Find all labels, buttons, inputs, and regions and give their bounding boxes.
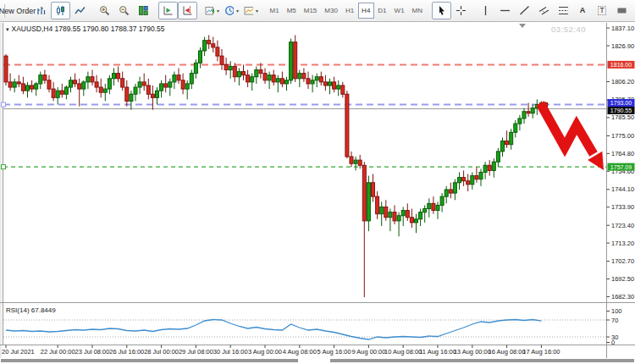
timeframe-d1[interactable]: D1 xyxy=(374,3,390,19)
price-axis-tick-label: 1713.20 xyxy=(611,240,634,247)
candle-countdown-timer: 03:52:40 xyxy=(491,25,586,34)
support-line-handle[interactable] xyxy=(2,165,6,169)
cursor-icon xyxy=(436,5,446,16)
resistance-line-price-badge-text: 1816.00 xyxy=(610,62,632,68)
price-axis-tick-label: 1837.10 xyxy=(611,25,634,32)
price-axis-tick-label: 1682.30 xyxy=(611,293,634,301)
crosshair-tool-button[interactable] xyxy=(451,2,471,19)
time-axis-label: 16 Aug 08:00 xyxy=(488,348,525,356)
trendline-icon xyxy=(519,5,530,16)
price-axis-tick-label: 1775.00 xyxy=(611,132,634,140)
timeframe-mn[interactable]: MN xyxy=(408,3,426,19)
chart-title: ▾XAUUSD,H4 1789.55 1790.80 1788.37 1790.… xyxy=(6,25,165,33)
price-axis-tick-label: 1692.50 xyxy=(611,275,634,283)
tile-windows-button[interactable] xyxy=(134,2,153,19)
timeframe-m5[interactable]: M5 xyxy=(283,3,300,19)
timeframe-m15[interactable]: M15 xyxy=(300,3,321,19)
time-axis-label: 26 Jul 16:00 xyxy=(109,348,144,356)
time-axis-label: 17 Aug 16:00 xyxy=(522,348,560,356)
cursor-tool-button[interactable] xyxy=(432,2,451,19)
templates-button[interactable]: ▾ xyxy=(241,2,261,19)
bid-line-handle[interactable] xyxy=(2,102,6,107)
zoom-in-icon xyxy=(99,5,110,16)
text-tool-label: A xyxy=(580,7,586,14)
tile-windows-icon xyxy=(138,5,149,16)
new-order-button[interactable]: New Order xyxy=(7,2,26,19)
timeframe-h4[interactable]: H4 xyxy=(358,3,374,19)
time-axis-label: 13 Aug 00:00 xyxy=(454,348,491,356)
periods-button[interactable]: ▾ xyxy=(222,2,241,19)
price-axis-tick-label: 1744.10 xyxy=(611,185,634,193)
zoom-in-button[interactable] xyxy=(95,2,114,19)
price-axis-tick-label: 1806.20 xyxy=(611,78,634,85)
label-tool-button[interactable]: T xyxy=(593,2,612,19)
horizontal-line-tool-button[interactable] xyxy=(495,2,515,19)
crosshair-icon xyxy=(456,5,467,16)
rsi-scale-label: 0 xyxy=(611,339,615,346)
bar-chart-button[interactable] xyxy=(31,2,51,19)
chevron-down-icon[interactable]: ▾ xyxy=(217,8,219,14)
bottom-window-edge-left xyxy=(1,359,298,362)
line-chart-icon xyxy=(75,5,86,16)
timeframe-m30[interactable]: M30 xyxy=(321,3,342,19)
chart-shift-button[interactable] xyxy=(178,2,197,19)
auto-scroll-button[interactable] xyxy=(158,2,178,19)
toolbar: New Order xyxy=(0,0,635,22)
zoom-out-button[interactable] xyxy=(114,2,134,19)
line-chart-button[interactable] xyxy=(70,2,90,19)
timeframe-w1[interactable]: W1 xyxy=(390,3,408,19)
mt4-terminal-window: 1837.101826.901806.201795.701785.501775.… xyxy=(0,0,635,364)
support-line-price-badge-text: 1757.09 xyxy=(610,164,632,170)
bottom-window-edge-right xyxy=(330,359,634,362)
chevron-down-icon[interactable]: ▾ xyxy=(236,8,239,14)
timeframe-m1[interactable]: M1 xyxy=(266,3,283,19)
bid-line-price-badge-text: 1793.00 xyxy=(610,100,632,106)
channel-tool-button[interactable] xyxy=(534,2,554,19)
time-axis-label: 20 Jul 2021 xyxy=(2,348,35,356)
price-axis-tick-label: 1733.90 xyxy=(611,203,634,211)
channel-icon xyxy=(538,5,549,16)
trendline-tool-button[interactable] xyxy=(515,2,534,19)
time-axis-label: 3 Aug 00:00 xyxy=(248,348,282,356)
time-axis-label: 30 Jul 16:00 xyxy=(213,348,248,356)
rsi-scale-label: 100 xyxy=(611,307,622,315)
bearish-arrow-annotation[interactable] xyxy=(540,103,594,154)
rectangle-tool-button[interactable] xyxy=(612,2,632,19)
time-axis-label: 28 Jul 00:00 xyxy=(144,348,179,356)
chart-shift-icon xyxy=(182,5,193,16)
template-icon xyxy=(244,5,253,16)
candlestick-chart-button[interactable] xyxy=(51,2,70,19)
vertical-line-icon xyxy=(482,5,489,16)
time-axis-label: 29 Jul 08:00 xyxy=(179,348,213,356)
new-order-label: New Order xyxy=(0,7,36,15)
time-axis-label: 5 Aug 16:00 xyxy=(318,348,351,356)
vertical-line-tool-button[interactable] xyxy=(476,2,495,19)
price-chart-canvas[interactable]: 1837.101826.901806.201795.701785.501775.… xyxy=(0,0,635,364)
bar-chart-icon xyxy=(36,5,47,16)
triangle-tool-button[interactable]: ▲ xyxy=(632,2,635,19)
rsi-scale-label: 70 xyxy=(611,317,618,324)
label-tool-label: T xyxy=(598,6,607,15)
price-axis-tick-label: 1764.80 xyxy=(611,150,634,157)
chart-title-text: XAUUSD,H4 1789.55 1790.80 1788.37 1790.5… xyxy=(12,25,165,33)
timeframe-h1[interactable]: H1 xyxy=(341,3,357,19)
current-price-line-price-badge-text: 1790.55 xyxy=(610,108,632,113)
time-axis-label: 23 Jul 08:00 xyxy=(75,348,110,356)
time-axis-label: 22 Jul 00:00 xyxy=(41,348,75,356)
collapse-icon[interactable]: ▾ xyxy=(6,26,9,32)
indicators-button[interactable]: ▾ xyxy=(202,2,222,19)
fibonacci-tool-button[interactable] xyxy=(554,2,573,19)
time-axis-label: 4 Aug 08:00 xyxy=(283,348,317,356)
price-axis-tick-label: 1723.40 xyxy=(611,222,634,229)
zoom-out-icon xyxy=(119,5,130,16)
price-axis-tick-label: 1826.90 xyxy=(611,42,634,50)
chevron-down-icon[interactable]: ▾ xyxy=(256,8,258,14)
candles-layer xyxy=(4,36,548,298)
horizontal-line-icon xyxy=(500,5,511,16)
price-axis-tick-label: 1785.50 xyxy=(611,113,634,121)
auto-scroll-icon xyxy=(163,5,174,16)
time-axis-label: 9 Aug 00:00 xyxy=(351,348,385,356)
indicators-icon xyxy=(205,5,214,16)
text-tool-button[interactable]: A xyxy=(573,2,593,19)
time-axis-label: 11 Aug 16:00 xyxy=(419,348,456,356)
